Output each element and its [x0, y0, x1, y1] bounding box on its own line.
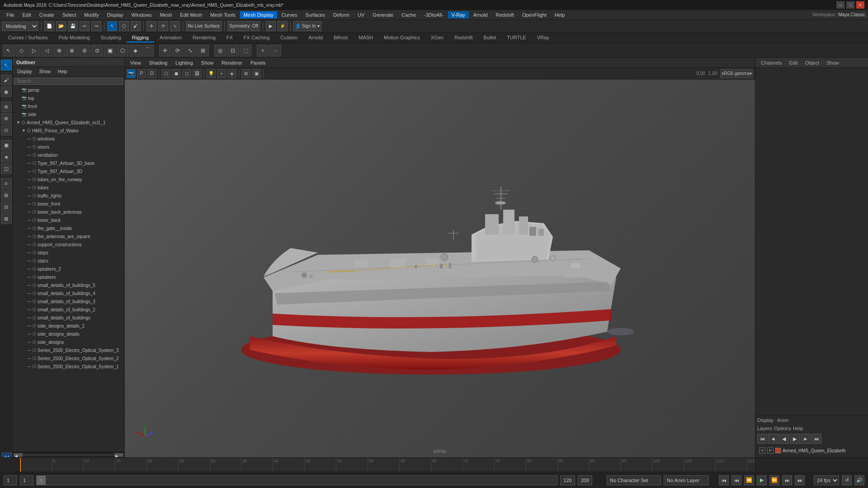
gamma-select-btn[interactable]: sRG6 gamma ▾ — [720, 69, 753, 78]
snap-tool[interactable]: ⊕ — [1, 101, 12, 112]
select-icon[interactable]: ↖ — [3, 45, 14, 56]
menu-curves[interactable]: Curves — [278, 11, 301, 19]
tree-item-side-designs-details[interactable]: — ⬡ side_designs_details — [13, 330, 124, 338]
vp-menu-lighting[interactable]: Lighting — [172, 59, 197, 66]
cage-icon[interactable]: ◈ — [129, 45, 141, 56]
vp-menu-show[interactable]: Show — [198, 59, 217, 66]
tree-item-top[interactable]: 📷 top — [13, 94, 124, 102]
tree-item-speakers[interactable]: — ⬡ speakers — [13, 273, 124, 281]
vp-xray-btn[interactable]: ◻ — [182, 69, 191, 78]
display-anim-tab[interactable]: Display — [757, 418, 774, 423]
universal-icon[interactable]: ⊞ — [197, 45, 209, 56]
move-icon[interactable]: ✛ — [159, 45, 171, 56]
vp-ao-btn[interactable]: ◈ — [227, 69, 236, 78]
range-start-field[interactable]: 1 — [20, 475, 33, 485]
tree-item-antennas-square[interactable]: — ⬡ the_antennas_are_square — [13, 232, 124, 240]
vp-menu-shading[interactable]: Shading — [146, 59, 171, 66]
next-frame-btn[interactable]: ► — [801, 434, 811, 444]
menu-3dtoall[interactable]: -3DtoAll- — [420, 11, 447, 19]
redo-button[interactable]: ↪ — [91, 21, 101, 31]
outliner-display-menu[interactable]: Display — [14, 69, 35, 75]
tree-item-side[interactable]: 📷 side — [13, 110, 124, 118]
vp-persp-btn[interactable]: P — [137, 69, 146, 78]
menu-vray[interactable]: V-Ray — [448, 11, 469, 19]
menu-openflight[interactable]: OpenFlight — [519, 11, 550, 19]
no-character-set-field[interactable]: No Character Set — [607, 475, 661, 485]
select-mode-tool[interactable]: ↖ — [1, 60, 12, 70]
tab-xgen[interactable]: XGen — [425, 33, 449, 42]
play-btn[interactable]: ▶ — [790, 434, 800, 444]
tab-mash[interactable]: MASH — [353, 33, 378, 42]
tab-vray[interactable]: VRay — [532, 33, 555, 42]
prev-frame-pb-btn[interactable]: ⏪ — [744, 475, 754, 485]
joint-icon[interactable]: ⊕ — [53, 45, 65, 56]
save-scene-button[interactable]: 💾 — [68, 21, 78, 31]
menu-mesh-display[interactable]: Mesh Display — [240, 11, 277, 19]
tree-item-small-buildings5[interactable]: — ⬡ small_details_of_buildings_5 — [13, 281, 124, 289]
audio-btn[interactable]: 🔊 — [854, 475, 864, 485]
menu-edit[interactable]: Edit — [19, 11, 35, 19]
menu-arnold[interactable]: Arnold — [470, 11, 491, 19]
tree-item-tower-back[interactable]: — ⬡ tower_back — [13, 216, 124, 224]
tab-motion-graphics[interactable]: Motion Graphics — [378, 33, 425, 42]
tree-item-side-designs[interactable]: — ⬡ side_designs — [13, 338, 124, 346]
dope-tool[interactable]: ⊞ — [1, 190, 12, 201]
new-scene-button[interactable]: 📄 — [44, 21, 54, 31]
symmetry-button[interactable]: Symmetry: Off — [227, 21, 260, 31]
curve-icon[interactable]: ⌒ — [142, 45, 154, 56]
vp-hud-btn[interactable]: ▣ — [252, 69, 261, 78]
layer-visibility-btn[interactable]: V — [759, 447, 765, 454]
tab-rendering[interactable]: Rendering — [187, 33, 221, 42]
menu-mesh[interactable]: Mesh — [156, 11, 175, 19]
tree-item-small-buildings2[interactable]: — ⬡ small_details_of_buildings_2 — [13, 305, 124, 314]
scroll-right-btn[interactable]: ► — [114, 453, 123, 457]
layer-pickable-btn[interactable]: P — [767, 447, 774, 454]
tree-item-series-2500-2[interactable]: — ⬡ Series_2500_Electro_Optical_System_2 — [13, 354, 124, 362]
paint-select-icon[interactable]: ▷ — [28, 45, 40, 56]
blend-tool[interactable]: ⊠ — [1, 213, 12, 224]
layers-tab[interactable]: Layers — [757, 426, 772, 431]
timeline-slider[interactable]: 1 — [36, 475, 557, 485]
timeline-ruler[interactable]: 5 10 15 20 25 30 35 40 45 50 55 60 65 70… — [20, 458, 755, 472]
menu-generate[interactable]: Generate — [369, 11, 397, 19]
rivet-tool[interactable]: ⊙ — [1, 125, 12, 136]
tree-item-series-2500-3[interactable]: — ⬡ Series_2500_Electro_Optical_System_3 — [13, 346, 124, 354]
tree-item-tubes-runway[interactable]: — ⬡ tubes_on_the_runway — [13, 175, 124, 183]
tree-item-ventilation[interactable]: — ⬡ ventilation — [13, 151, 124, 159]
fps-selector[interactable]: 24 fps 30 fps 60 fps — [814, 475, 839, 485]
vp-smooth-btn[interactable]: ◼ — [172, 69, 181, 78]
menu-redshift[interactable]: Redshift — [492, 11, 518, 19]
layout-tool[interactable]: ▣ — [1, 140, 12, 150]
hscroll-track[interactable] — [23, 454, 114, 456]
open-scene-button[interactable]: 📂 — [56, 21, 66, 31]
menu-uv[interactable]: UV — [354, 11, 368, 19]
anim-end-field[interactable]: 200 — [578, 475, 592, 485]
menu-file[interactable]: File — [3, 11, 18, 19]
snap3-icon[interactable]: ⬚ — [240, 45, 251, 56]
tab-curves-surfaces[interactable]: Curves / Surfaces — [3, 33, 53, 42]
texture-tool[interactable]: ◫ — [1, 163, 12, 174]
vp-ortho-btn[interactable]: O — [147, 69, 156, 78]
tree-item-type997-base[interactable]: — ⬡ Type_997_Artisan_3D_base — [13, 159, 124, 167]
menu-edit-mesh[interactable]: Edit Mesh — [176, 11, 206, 19]
tab-bullet[interactable]: Bullet — [478, 33, 502, 42]
trax-tool[interactable]: ⊟ — [1, 202, 12, 212]
vp-wireframe-btn[interactable]: ⬡ — [161, 69, 170, 78]
component-icon[interactable]: ⊘ — [79, 45, 90, 56]
lasso-icon[interactable]: ◇ — [15, 45, 27, 56]
menu-modify[interactable]: Modify — [80, 11, 102, 19]
object-tab[interactable]: Object — [803, 59, 821, 66]
menu-surfaces[interactable]: Surfaces — [302, 11, 329, 19]
tree-item-small-buildings4[interactable]: — ⬡ small_details_of_buildings_4 — [13, 289, 124, 297]
prev-key-btn[interactable]: ⏮ — [757, 434, 767, 444]
deform-tool[interactable]: ⊗ — [1, 113, 12, 124]
next-key-btn[interactable]: ⏭ — [811, 434, 821, 444]
menu-select[interactable]: Select — [59, 11, 80, 19]
undo-button[interactable]: ↩ — [80, 21, 90, 31]
edit-tab[interactable]: Edit — [787, 59, 799, 66]
range-end-field[interactable]: 120 — [560, 475, 575, 485]
menu-display[interactable]: Display — [104, 11, 127, 19]
vp-shadow-btn[interactable]: ▪ — [217, 69, 226, 78]
current-frame-field[interactable]: 1 — [4, 475, 17, 485]
ipr-button[interactable]: ⚡ — [278, 21, 288, 31]
